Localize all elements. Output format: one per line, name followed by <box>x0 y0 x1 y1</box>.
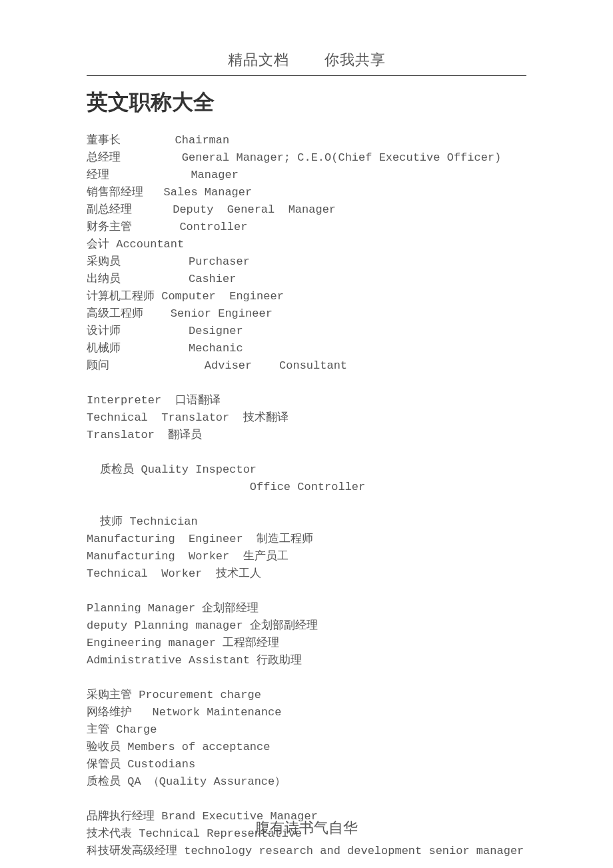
document-page: 精品文档 你我共享 英文职称大全 董事长 Chairman总经理 General… <box>0 0 613 868</box>
header-left: 精品文档 <box>228 51 289 68</box>
body-line: Technical Translator 技术翻译 <box>87 409 526 427</box>
page-footer: 腹有诗书气自华 <box>0 818 613 838</box>
body-line: 采购员 Purchaser <box>87 253 526 271</box>
body-line: 副总经理 Deputy General Manager <box>87 201 526 219</box>
body-line: 主管 Charge <box>87 721 526 739</box>
body-line: 会计 Accountant <box>87 236 526 253</box>
body-line: 高级工程师 Senior Engineer <box>87 305 526 323</box>
body-line: 经理 Manager <box>87 167 526 184</box>
body-line: 总经理 General Manager; C.E.O(Chief Executi… <box>87 149 526 167</box>
body-line: 网络维护 Network Maintenance <box>87 704 526 721</box>
body-line: Translator 翻译员 <box>87 427 526 444</box>
body-line: 质检员 QA （Quality Assurance） <box>87 773 526 791</box>
body-line: 科技研发高级经理 technology research and develop… <box>87 843 526 860</box>
page-header: 精品文档 你我共享 <box>87 50 526 76</box>
body-line <box>87 791 526 808</box>
body-line <box>87 583 526 600</box>
body-line: 技师 Technician <box>87 513 526 531</box>
body-line: deputy Planning manager 企划部副经理 <box>87 617 526 635</box>
body-line <box>87 375 526 392</box>
body-line: Administrative Assistant 行政助理 <box>87 652 526 669</box>
body-line: 质检员 Quality Inspector <box>87 461 526 479</box>
body-line: Manufacturing Engineer 制造工程师 <box>87 531 526 548</box>
body-line: 保管员 Custodians <box>87 756 526 773</box>
body-line: 采购主管 Procurement charge <box>87 687 526 704</box>
body-line: Planning Manager 企划部经理 <box>87 600 526 617</box>
body-line: Interpreter 口语翻译 <box>87 392 526 409</box>
document-title: 英文职称大全 <box>87 88 526 117</box>
document-body: 董事长 Chairman总经理 General Manager; C.E.O(C… <box>87 132 526 860</box>
body-line: Engineering manager 工程部经理 <box>87 635 526 652</box>
body-line: 设计师 Designer <box>87 323 526 340</box>
body-line: Technical Worker 技术工人 <box>87 565 526 583</box>
body-line <box>87 444 526 461</box>
body-line: 计算机工程师 Computer Engineer <box>87 288 526 305</box>
body-line: 出纳员 Cashier <box>87 271 526 288</box>
body-line: 董事长 Chairman <box>87 132 526 149</box>
body-line <box>87 669 526 687</box>
body-line: 验收员 Members of acceptance <box>87 739 526 756</box>
body-line: Office Controller <box>87 479 526 496</box>
body-line: 销售部经理 Sales Manager <box>87 184 526 201</box>
body-line: 顾问 Adviser Consultant <box>87 357 526 375</box>
body-line: 财务主管 Controller <box>87 219 526 236</box>
body-line: 机械师 Mechanic <box>87 340 526 357</box>
header-right: 你我共享 <box>324 51 386 68</box>
body-line <box>87 496 526 513</box>
body-line: Manufacturing Worker 生产员工 <box>87 548 526 565</box>
